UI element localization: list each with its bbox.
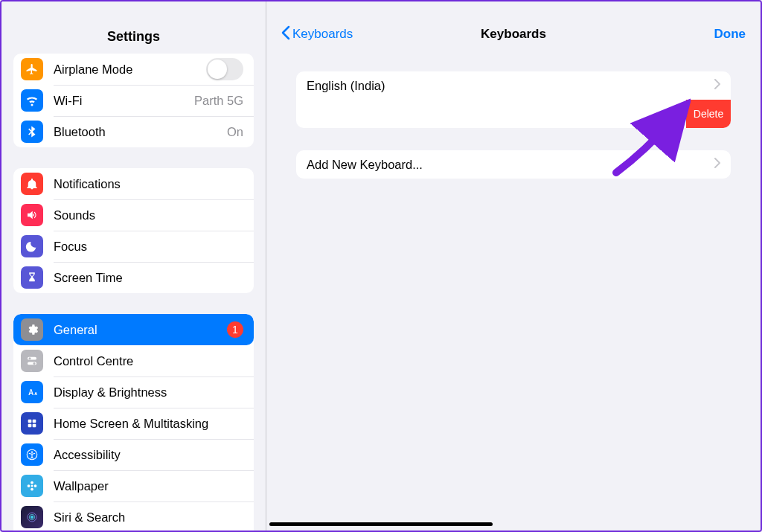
main-title: Keyboards [481,27,546,42]
chevron-right-icon [714,79,720,92]
svg-point-3 [29,357,31,359]
bluetooth-value: On [227,125,243,139]
sidebar-item-label: Sounds [54,208,243,222]
keyboards-list: English (India) Delete [296,71,731,128]
add-new-keyboard-row[interactable]: Add New Keyboard... [296,150,731,179]
sidebar-item-label: Airplane Mode [54,63,206,77]
flower-icon [21,475,43,497]
back-button[interactable]: Keyboards [281,25,353,44]
back-label: Keyboards [292,27,353,42]
sidebar-item-accessibility[interactable]: Accessibility [13,439,254,470]
keyboard-row-swiped[interactable]: Delete [296,100,731,128]
sidebar-item-general[interactable]: General 1 [13,314,254,345]
airplane-icon [21,58,43,80]
sidebar-item-label: Focus [54,240,243,254]
grid-icon [21,412,43,435]
wifi-value: Parth 5G [194,94,243,108]
sidebar-item-label: Bluetooth [54,125,227,139]
sidebar-item-sounds[interactable]: Sounds [13,199,254,231]
sidebar-item-notifications[interactable]: Notifications [13,168,254,199]
sidebar-item-label: Display & Brightness [54,385,243,400]
sidebar-item-label: General [54,323,227,337]
sidebar-item-home-screen[interactable]: Home Screen & Multitasking [13,408,254,439]
toggles-icon [21,350,43,372]
add-keyboard-group: Add New Keyboard... [296,150,731,179]
sidebar-item-label: Wallpaper [54,479,243,493]
svg-rect-8 [33,424,36,428]
svg-point-12 [31,481,33,484]
bell-icon [21,173,43,195]
wifi-icon [21,89,43,112]
text-size-icon [21,381,43,403]
home-indicator[interactable] [269,522,493,526]
sidebar-item-focus[interactable]: Focus [13,231,254,262]
accessibility-icon [21,443,43,466]
svg-point-4 [33,362,36,365]
settings-group-attention: Notifications Sounds Focus [13,168,254,293]
sidebar-item-label: Home Screen & Multitasking [54,417,243,431]
sidebar-item-screen-time[interactable]: Screen Time [13,262,254,293]
svg-point-13 [31,488,33,491]
sidebar-item-label: Siri & Search [54,510,243,525]
moon-icon [21,235,43,257]
sidebar-item-label: Screen Time [54,271,243,285]
sidebar-header: Settings [1,1,266,54]
sidebar-item-label: Wi-Fi [54,94,194,108]
bluetooth-icon [21,121,43,143]
siri-icon [21,506,43,528]
keyboard-row-english-india[interactable]: English (India) [296,71,731,100]
chevron-right-icon [714,158,720,171]
svg-point-18 [31,516,34,519]
svg-rect-6 [33,420,36,423]
hourglass-icon [21,266,43,289]
sidebar-scroll[interactable]: Airplane Mode Wi-Fi Parth 5G [1,54,266,531]
row-label: English (India) [307,79,714,93]
svg-point-11 [31,485,33,487]
sidebar-item-siri-search[interactable]: Siri & Search [13,501,254,531]
sidebar-item-airplane-mode[interactable]: Airplane Mode [13,54,254,85]
gear-icon [21,318,43,341]
sidebar-item-label: Notifications [54,177,243,191]
svg-point-15 [34,484,37,487]
sidebar-item-label: Control Centre [54,354,243,368]
settings-group-general: General 1 Control Centre Display & Bri [13,314,254,531]
svg-point-14 [28,484,31,487]
notification-badge: 1 [227,321,243,338]
done-button[interactable]: Done [714,27,746,42]
settings-sidebar: Settings Airplane Mode [1,1,266,531]
sidebar-item-wallpaper[interactable]: Wallpaper [13,470,254,501]
main-panel: Keyboards Keyboards Done English (India) [266,1,761,531]
sidebar-item-bluetooth[interactable]: Bluetooth On [13,116,254,147]
svg-rect-5 [28,420,32,423]
sidebar-item-label: Accessibility [54,448,243,462]
speaker-icon [21,204,43,226]
row-label: Add New Keyboard... [307,158,714,172]
airplane-toggle[interactable] [206,58,243,80]
settings-group-network: Airplane Mode Wi-Fi Parth 5G [13,54,254,147]
sidebar-item-wifi[interactable]: Wi-Fi Parth 5G [13,85,254,116]
sidebar-item-display-brightness[interactable]: Display & Brightness [13,376,254,408]
page-title: Settings [107,29,160,45]
delete-button[interactable]: Delete [686,100,731,128]
svg-point-10 [31,452,33,453]
main-header: Keyboards Keyboards Done [266,18,761,51]
chevron-left-icon [281,25,290,44]
svg-rect-7 [28,424,32,428]
sidebar-item-control-centre[interactable]: Control Centre [13,345,254,376]
